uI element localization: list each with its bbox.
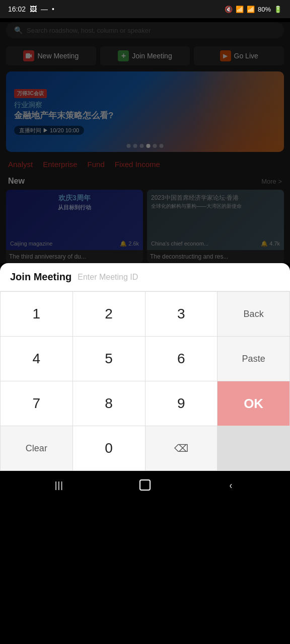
banner-text: 万得3C会议 行业洞察 金融地产年末策略怎么看? 直播时间 ▶ 10/20 10… <box>14 89 113 134</box>
battery-icon: 🔋 <box>274 6 282 13</box>
key-clear[interactable]: Clear <box>1 426 72 470</box>
key-paste[interactable]: Paste <box>218 337 289 381</box>
key-4[interactable]: 4 <box>1 337 72 381</box>
search-placeholder: Search roadshow, host, column or speaker <box>27 27 151 34</box>
home-button[interactable] <box>134 474 156 496</box>
numpad: 1 2 3 Back 4 5 6 Paste 7 8 9 OK Clear 0 … <box>0 291 290 471</box>
key-2[interactable]: 2 <box>73 292 145 336</box>
card-views-2: 🔔 4.7k <box>261 240 280 247</box>
content-card-1[interactable]: 欢庆3周年从目标到行动 Caijing magazine 🔔 2.6k The … <box>6 190 143 263</box>
card-image-1: 欢庆3周年从目标到行动 Caijing magazine 🔔 2.6k <box>6 190 143 250</box>
dot-6 <box>160 144 164 148</box>
new-meeting-label: New Meeting <box>37 52 79 60</box>
meeting-id-placeholder[interactable]: Enter Meeting ID <box>78 273 138 282</box>
key-3[interactable]: 3 <box>146 292 218 336</box>
dot-icon: • <box>52 5 54 13</box>
banner-date: 直播时间 ▶ 10/20 10:00 <box>14 125 113 134</box>
content-grid: 欢庆3周年从目标到行动 Caijing magazine 🔔 2.6k The … <box>0 190 290 263</box>
home-icon <box>139 479 151 491</box>
card-views-1: 🔔 2.6k <box>120 240 139 247</box>
battery-percent: 80% <box>258 6 271 13</box>
key-back[interactable]: Back <box>218 292 289 336</box>
recent-apps-button[interactable]: ||| <box>48 474 70 496</box>
new-meeting-icon <box>23 50 34 61</box>
dot-2 <box>133 144 137 148</box>
backspace-icon: ⌫ <box>174 442 188 454</box>
new-meeting-button[interactable]: New Meeting <box>6 46 96 65</box>
status-time-area: 16:02 🖼 — • <box>8 5 54 13</box>
key-9[interactable]: 9 <box>146 381 218 426</box>
wifi-icon: 📶 <box>236 6 244 13</box>
join-meeting-header: Join Meeting Enter Meeting ID <box>0 271 290 291</box>
category-tabs: Analyst Enterprise Fund Fixed Income <box>0 154 290 175</box>
section-title: New <box>8 177 25 186</box>
join-meeting-title: Join Meeting <box>10 271 71 283</box>
key-8[interactable]: 8 <box>73 381 145 426</box>
category-enterprise[interactable]: Enterprise <box>43 160 77 169</box>
signal-icon: 📶 <box>247 6 255 13</box>
search-icon: 🔍 <box>14 26 23 34</box>
dot-1 <box>127 144 131 148</box>
key-5[interactable]: 5 <box>73 337 145 381</box>
app-background: 🔍 Search roadshow, host, column or speak… <box>0 22 290 263</box>
join-meeting-button[interactable]: + Join Meeting <box>100 46 190 65</box>
key-ok[interactable]: OK <box>218 381 289 426</box>
key-1[interactable]: 1 <box>1 292 72 336</box>
more-button[interactable]: More > <box>261 178 282 185</box>
card-title-overlay-2: 2023中国首席经济学家论坛·香港全球化的解构与重构——大湾区的新使命 <box>151 194 280 210</box>
card-image-2: 2023中国首席经济学家论坛·香港全球化的解构与重构——大湾区的新使命 Chin… <box>147 190 284 250</box>
category-fixed-income[interactable]: Fixed Income <box>115 160 160 169</box>
join-meeting-icon: + <box>118 50 129 61</box>
photo-icon: 🖼 <box>30 5 37 13</box>
content-card-2[interactable]: 2023中国首席经济学家论坛·香港全球化的解构与重构——大湾区的新使命 Chin… <box>147 190 284 263</box>
banner-badge-label: 万得3C会议 <box>14 89 47 98</box>
go-live-label: Go Live <box>234 52 258 60</box>
back-icon: ‹ <box>230 479 232 491</box>
key-backspace[interactable]: ⌫ <box>146 426 218 470</box>
card-title-overlay-1: 欢庆3周年从目标到行动 <box>10 194 139 211</box>
key-0[interactable]: 0 <box>73 426 145 470</box>
search-bar[interactable]: 🔍 Search roadshow, host, column or speak… <box>6 22 284 38</box>
section-header: New More > <box>0 175 290 190</box>
card-source-2: China's chief econom... <box>151 240 208 247</box>
dot-3 <box>140 144 144 148</box>
status-bar: 16:02 🖼 — • 🔇 📶 📶 80% 🔋 <box>0 0 290 18</box>
card-meta-2: China's chief econom... 🔔 4.7k <box>150 240 281 247</box>
sim-icon: — <box>41 5 48 13</box>
action-buttons-row: New Meeting + Join Meeting ▶ Go Live <box>0 42 290 69</box>
card-source-1: Caijing magazine <box>10 240 52 247</box>
join-meeting-label: Join Meeting <box>132 52 172 60</box>
time: 16:02 <box>8 5 26 13</box>
go-live-icon: ▶ <box>220 50 231 61</box>
dot-4 <box>147 144 151 148</box>
banner-badge: 万得3C会议 <box>14 89 113 98</box>
nav-bar: ||| ‹ <box>0 471 290 499</box>
join-meeting-sheet: Join Meeting Enter Meeting ID 1 2 3 Back… <box>0 263 290 471</box>
back-button[interactable]: ‹ <box>220 474 242 496</box>
card-desc-1: The third anniversary of du... <box>6 250 143 263</box>
status-icons-area: 🔇 📶 📶 80% 🔋 <box>225 6 282 13</box>
dot-5 <box>153 144 157 148</box>
category-fund[interactable]: Fund <box>88 160 105 169</box>
go-live-button[interactable]: ▶ Go Live <box>194 46 284 65</box>
mute-icon: 🔇 <box>225 6 233 13</box>
category-analyst[interactable]: Analyst <box>8 160 33 169</box>
svg-rect-0 <box>26 53 30 58</box>
card-meta-1: Caijing magazine 🔔 2.6k <box>9 240 140 247</box>
carousel-dots <box>127 144 164 148</box>
recent-icon: ||| <box>55 480 63 491</box>
key-6[interactable]: 6 <box>146 337 218 381</box>
banner-carousel[interactable]: 万得3C会议 行业洞察 金融地产年末策略怎么看? 直播时间 ▶ 10/20 10… <box>6 71 284 152</box>
key-7[interactable]: 7 <box>1 381 72 426</box>
card-desc-2: The deconstructing and res... <box>147 250 284 263</box>
banner-subtitle: 行业洞察 金融地产年末策略怎么看? <box>14 100 113 121</box>
banner-image <box>193 71 284 152</box>
